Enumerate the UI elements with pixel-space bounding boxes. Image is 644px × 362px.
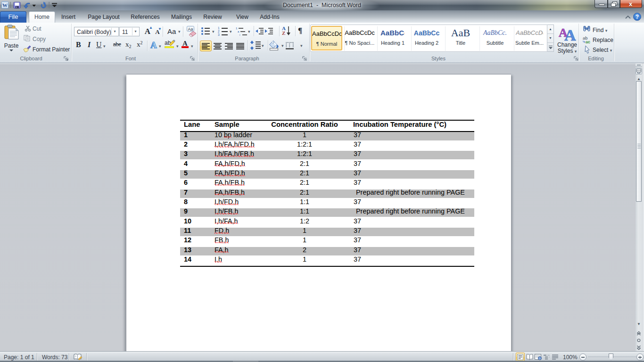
svg-text:A: A — [564, 26, 576, 41]
svg-text:1: 1 — [218, 26, 220, 30]
svg-text:i: i — [239, 33, 240, 36]
svg-text:ac: ac — [586, 40, 590, 44]
svg-text:a: a — [238, 30, 239, 33]
svg-text:W: W — [2, 2, 8, 8]
svg-text:3: 3 — [218, 33, 220, 36]
svg-text:2: 2 — [218, 30, 220, 33]
svg-text:1: 1 — [236, 27, 238, 30]
svg-text:Aa: Aa — [188, 27, 193, 32]
